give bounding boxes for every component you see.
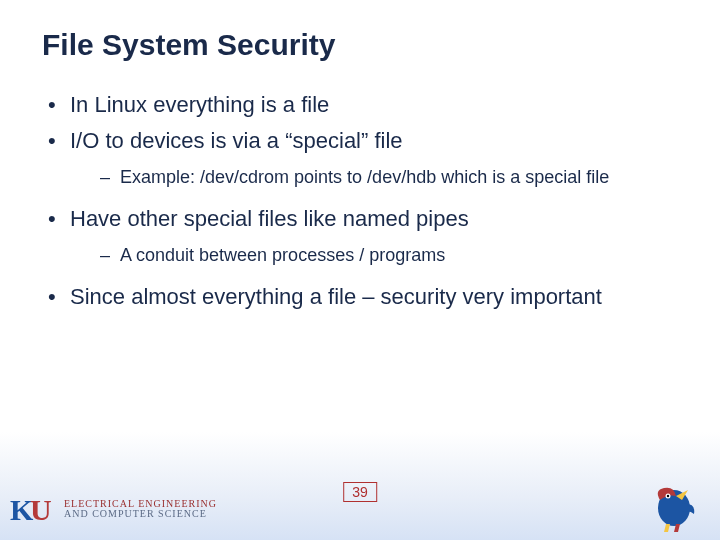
list-item: I/O to devices is via a “special” file E…: [42, 126, 678, 190]
slide-footer: 39 K U ELECTRICAL ENGINEERING AND COMPUT…: [0, 468, 720, 540]
list-item: Since almost everything a file – securit…: [42, 282, 678, 312]
list-item: Have other special files like named pipe…: [42, 204, 678, 268]
slide-title: File System Security: [42, 28, 678, 62]
ku-dept-text: ELECTRICAL ENGINEERING AND COMPUTER SCIE…: [64, 499, 217, 519]
slide-number: 39: [343, 482, 377, 502]
ku-logo: K U ELECTRICAL ENGINEERING AND COMPUTER …: [8, 488, 217, 530]
svg-point-5: [667, 495, 669, 497]
bullet-text: Have other special files like named pipe…: [70, 206, 469, 231]
sub-bullet-text: A conduit between processes / programs: [120, 245, 445, 265]
sub-bullet-text: Example: /dev/cdrom points to /dev/hdb w…: [120, 167, 609, 187]
ku-mark-icon: K U: [8, 488, 56, 530]
list-item: In Linux everything is a file: [42, 90, 678, 120]
bullet-text: Since almost everything a file – securit…: [70, 284, 602, 309]
sub-list-item: Example: /dev/cdrom points to /dev/hdb w…: [70, 165, 678, 189]
jayhawk-icon: [646, 480, 702, 534]
sub-list: A conduit between processes / programs: [70, 243, 678, 267]
logo-line2: AND COMPUTER SCIENCE: [64, 509, 217, 519]
svg-text:U: U: [30, 493, 52, 526]
bullet-text: I/O to devices is via a “special” file: [70, 128, 403, 153]
slide-body: File System Security In Linux everything…: [0, 0, 720, 311]
sub-list: Example: /dev/cdrom points to /dev/hdb w…: [70, 165, 678, 189]
bullet-list: In Linux everything is a file I/O to dev…: [42, 90, 678, 311]
bullet-text: In Linux everything is a file: [70, 92, 329, 117]
sub-list-item: A conduit between processes / programs: [70, 243, 678, 267]
